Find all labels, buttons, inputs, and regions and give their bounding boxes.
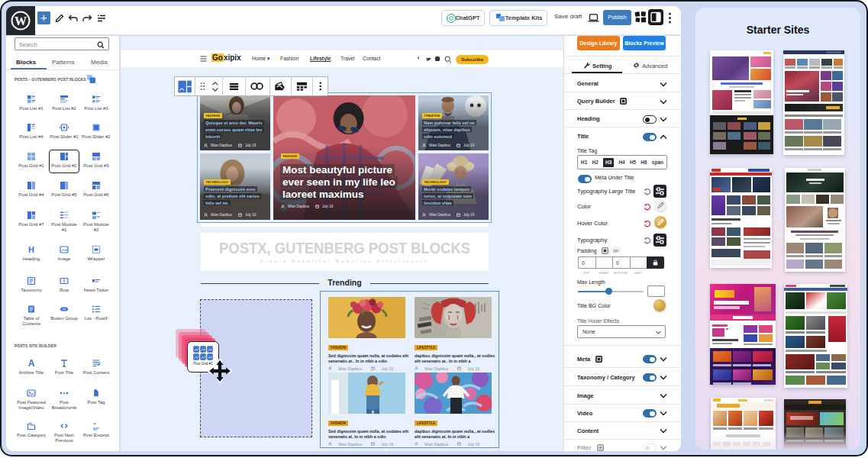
svg-text:“: “ bbox=[93, 421, 96, 428]
svg-text:W: W bbox=[15, 15, 27, 27]
